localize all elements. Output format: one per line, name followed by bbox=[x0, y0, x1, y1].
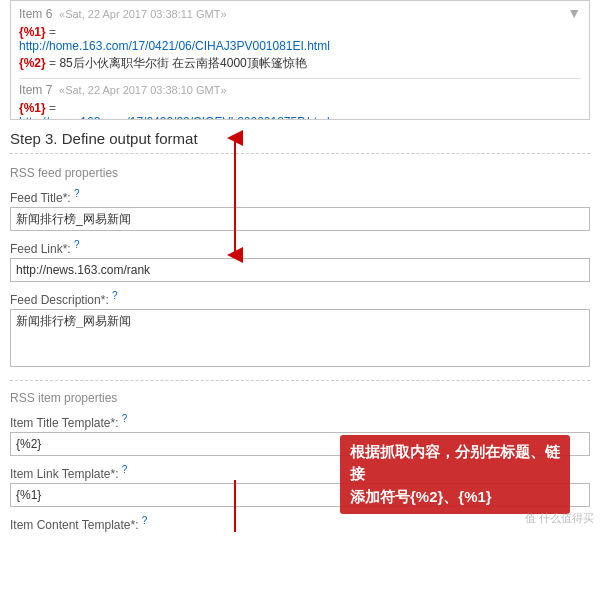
feed-link-label: Feed Link*: ? bbox=[10, 239, 590, 256]
item7-link1: {%1} = http://news.163.com/17/0420/22/CI… bbox=[19, 101, 581, 120]
item6-link1: {%1} = http://home.163.com/17/0421/06/CI… bbox=[19, 25, 581, 53]
feed-link-group: Feed Link*: ? bbox=[10, 239, 590, 282]
feed-title-input[interactable] bbox=[10, 207, 590, 231]
step3-title: Step 3. Define output format bbox=[10, 130, 590, 154]
feed-desc-help[interactable]: ? bbox=[112, 290, 118, 301]
item7-header: Item 7 «Sat, 22 Apr 2017 03:38:10 GMT» bbox=[19, 83, 581, 97]
item7-section: Item 7 «Sat, 22 Apr 2017 03:38:10 GMT» {… bbox=[19, 78, 581, 120]
step3-section: Step 3. Define output format RSS feed pr… bbox=[0, 120, 600, 532]
scroll-indicator: ▼ bbox=[567, 5, 581, 21]
feed-link-input[interactable] bbox=[10, 258, 590, 282]
item6-link2-var: {%2} bbox=[19, 56, 46, 70]
feed-desc-label: Feed Description*: ? bbox=[10, 290, 590, 307]
item-title-help[interactable]: ? bbox=[122, 413, 128, 424]
item6-link2: {%2} = 85后小伙离职华尔街 在云南搭4000顶帐篷惊艳 bbox=[19, 55, 581, 72]
item6-link2-eq: = bbox=[49, 56, 59, 70]
item7-link1-var: {%1} bbox=[19, 101, 46, 115]
item-content-label: Item Content Template*: ? bbox=[10, 515, 590, 532]
item6-link1-var: {%1} bbox=[19, 25, 46, 39]
feed-link-help[interactable]: ? bbox=[74, 239, 80, 250]
divider bbox=[10, 380, 590, 381]
item-content-help[interactable]: ? bbox=[142, 515, 148, 526]
item-content-group: Item Content Template*: ? bbox=[10, 515, 590, 532]
item-link-help[interactable]: ? bbox=[122, 464, 128, 475]
item6-link1-eq: = bbox=[49, 25, 56, 39]
watermark: 值 什么值得买 bbox=[525, 511, 594, 526]
item7-label: Item 7 bbox=[19, 83, 52, 97]
annotation-line1: 根据抓取内容，分别在标题、链接 bbox=[350, 443, 560, 483]
feed-desc-group: Feed Description*: ? 新闻排行榜_网易新闻 bbox=[10, 290, 590, 370]
item7-link1-eq: = bbox=[49, 101, 56, 115]
preview-section: ▼ Item 6 «Sat, 22 Apr 2017 03:38:11 GMT»… bbox=[10, 0, 590, 120]
feed-title-help[interactable]: ? bbox=[74, 188, 80, 199]
item-title-label: Item Title Template*: ? bbox=[10, 413, 590, 430]
item6-header: Item 6 «Sat, 22 Apr 2017 03:38:11 GMT» bbox=[19, 7, 581, 21]
item6-link1-url[interactable]: http://home.163.com/17/0421/06/CIHAJ3PV0… bbox=[19, 39, 581, 53]
item6-link2-text: 85后小伙离职华尔街 在云南搭4000顶帐篷惊艳 bbox=[59, 56, 306, 70]
item7-date: «Sat, 22 Apr 2017 03:38:10 GMT» bbox=[59, 84, 227, 96]
feed-desc-textarea[interactable]: 新闻排行榜_网易新闻 bbox=[10, 309, 590, 367]
annotation-box: 根据抓取内容，分别在标题、链接 添加符号{%2}、{%1} bbox=[340, 435, 570, 515]
annotation-line2: 添加符号{%2}、{%1} bbox=[350, 488, 492, 505]
feed-title-label: Feed Title*: ? bbox=[10, 188, 590, 205]
rss-feed-label: RSS feed properties bbox=[10, 166, 590, 180]
feed-title-group: Feed Title*: ? bbox=[10, 188, 590, 231]
item6-label: Item 6 bbox=[19, 7, 52, 21]
item6-date: «Sat, 22 Apr 2017 03:38:11 GMT» bbox=[59, 8, 227, 20]
rss-item-label: RSS item properties bbox=[10, 391, 590, 405]
